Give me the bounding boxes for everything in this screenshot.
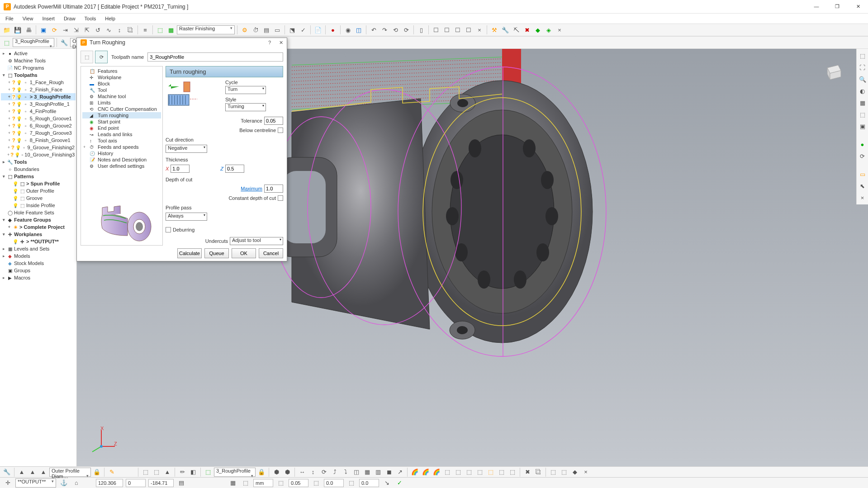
bt-r7-icon[interactable]: ⬚ (475, 467, 485, 477)
bt-a6-icon[interactable]: ◫ (351, 467, 361, 477)
bt-tool-icon[interactable]: 🔧 (2, 467, 12, 477)
dt-block[interactable]: Block (98, 81, 110, 86)
bt-tp1-icon[interactable]: ⬚ (141, 467, 151, 477)
block-icon[interactable]: ▣ (38, 25, 48, 35)
bt-r8-icon[interactable]: ⬚ (486, 467, 496, 477)
bt-copy-icon[interactable]: ⿻ (533, 467, 543, 477)
dt-axis[interactable]: Tool axis (98, 138, 117, 143)
tree-levels[interactable]: Levels and Sets (14, 246, 49, 251)
menu-help[interactable]: Help (101, 15, 119, 22)
dt-notes[interactable]: Notes and Description (98, 157, 147, 162)
tree-pat-1[interactable]: > Spun Profile (26, 181, 60, 186)
style-dropdown[interactable]: Turning (225, 103, 266, 111)
vtb3-icon[interactable]: ☐ (442, 25, 452, 35)
bt-r2-icon[interactable]: 🌈 (421, 467, 431, 477)
sb-tol-icon[interactable]: ⬚ (276, 478, 286, 488)
mode-recycle-icon[interactable]: ⟳ (95, 51, 108, 63)
sim-icon[interactable]: ▭ (272, 25, 282, 35)
tree-tp-7[interactable]: 7_Rough_Groove3 (30, 130, 72, 136)
tree-pat-2[interactable]: Outer Profile (26, 188, 54, 194)
dialog-help-button[interactable]: ? (268, 40, 271, 46)
vtb1-icon[interactable]: ▯ (416, 25, 426, 35)
bt-a4-icon[interactable]: ⤴ (330, 467, 340, 477)
bt-g1-icon[interactable]: ⬢ (271, 467, 281, 477)
bt-tool-dropdown[interactable]: Outer Profile Diam… (49, 468, 91, 477)
constant-depth-checkbox[interactable] (278, 195, 283, 201)
redo2-icon[interactable]: ⟳ (401, 25, 411, 35)
tree-nc[interactable]: NC Programs (14, 65, 44, 71)
transform-icon[interactable]: ⬔ (287, 25, 297, 35)
select-mode-icon[interactable]: ▭ (858, 169, 868, 179)
strategy2-icon[interactable]: ▦ (166, 25, 176, 35)
queue-button[interactable]: Queue (204, 248, 229, 258)
tree-active[interactable]: Active (14, 51, 28, 56)
bt-pen-icon[interactable]: ✏ (177, 467, 187, 477)
record-icon[interactable]: ● (328, 25, 338, 35)
verify-icon[interactable]: ✓ (298, 25, 308, 35)
vtb-rt-close-icon[interactable]: × (858, 193, 868, 203)
ok-button[interactable]: OK (232, 248, 256, 258)
block-view-icon[interactable]: ▣ (858, 121, 868, 131)
bt-edit-icon[interactable]: ✎ (107, 467, 117, 477)
tree-tp-6[interactable]: 6_Rough_Groove2 (30, 123, 72, 128)
dt-end[interactable]: End point (98, 125, 119, 131)
bt-r4-icon[interactable]: ⬚ (442, 467, 452, 477)
copy-icon[interactable]: ⿻ (125, 25, 135, 35)
vtb2-icon[interactable]: ☐ (431, 25, 441, 35)
maximize-button[interactable]: ❐ (831, 4, 844, 9)
bt-s3-icon[interactable]: ◆ (570, 467, 580, 477)
calc-icon[interactable]: ⚙ (240, 25, 250, 35)
tree-toolpaths[interactable]: Toolpaths (14, 72, 38, 78)
tree-tp-10[interactable]: 10_Groove_Finishing3 (24, 152, 75, 157)
dt-workplane[interactable]: Workplane (98, 75, 121, 80)
menu-insert[interactable]: Insert (38, 15, 58, 22)
bt-a7-icon[interactable]: ▦ (362, 467, 372, 477)
stock2-icon[interactable]: ◈ (544, 25, 554, 35)
tree-tp-3b[interactable]: 3_RoughProfile_1 (30, 101, 70, 107)
tree-workplanes[interactable]: Workplanes (14, 232, 42, 237)
tool-icon[interactable]: 🔧 (59, 38, 69, 47)
strategy-icon[interactable]: ⬚ (155, 25, 165, 35)
bt-toolpath-dropdown[interactable]: 3_RoughProfile (214, 468, 256, 477)
tree-tp-9[interactable]: 9_Groove_Finishing2 (27, 145, 75, 150)
view-cube-icon[interactable] (823, 62, 843, 81)
strategy-dropdown[interactable]: Raster Finishing (177, 25, 235, 34)
sb-ok-icon[interactable]: ✓ (394, 478, 404, 488)
bt-lock2-icon[interactable]: 🔒 (256, 467, 266, 477)
mt3-icon[interactable]: ⛏ (511, 25, 521, 35)
leads-icon[interactable]: ↺ (93, 25, 103, 35)
bt-r9-icon[interactable]: ⬚ (497, 467, 507, 477)
refresh-icon[interactable]: ⟳ (858, 151, 868, 161)
bt-erase-icon[interactable]: ◧ (188, 467, 198, 477)
dt-tool[interactable]: Tool (98, 87, 107, 93)
tree-pat-4[interactable]: Inside Profile (26, 203, 55, 208)
tree-tp-2[interactable]: 2_Finish_Face (30, 87, 62, 92)
thickness-x-input[interactable] (171, 165, 190, 173)
tree-tools[interactable]: Tools (14, 159, 27, 165)
sb-workplane-dropdown[interactable]: **OUTPUT** (15, 479, 56, 488)
undo2-icon[interactable]: ⟲ (390, 25, 400, 35)
zoom-icon[interactable]: 🔍 (858, 74, 868, 84)
shade-icon[interactable]: ◐ (858, 86, 868, 96)
bt-a2-icon[interactable]: ↕ (308, 467, 318, 477)
tree-machine-tools[interactable]: Machine Tools (14, 58, 46, 63)
cursor-mode-icon[interactable]: ⬉ (858, 181, 868, 191)
tree-fgroups[interactable]: Feature Groups (14, 217, 51, 223)
dt-limits[interactable]: Limits (98, 100, 111, 105)
bt-r10-icon[interactable]: ⬚ (508, 467, 517, 477)
dt-features[interactable]: Features (98, 68, 117, 74)
wireframe-icon[interactable]: ⬚ (858, 109, 868, 119)
tp-icon[interactable]: ⬚ (2, 38, 12, 47)
mt2-icon[interactable]: 🔧 (500, 25, 510, 35)
profile-pass-dropdown[interactable]: Always (166, 213, 207, 221)
cut-direction-dropdown[interactable]: Negative (166, 145, 207, 153)
open-icon[interactable]: 📁 (2, 25, 12, 35)
tree-tp-8[interactable]: 8_Finish_Groove1 (30, 137, 71, 143)
vtb4-icon[interactable]: ☐ (453, 25, 463, 35)
batch-icon[interactable]: ⏱ (251, 25, 261, 35)
undo-icon[interactable]: ↶ (369, 25, 379, 35)
sel-icon[interactable]: ◫ (354, 25, 364, 35)
cancel-button[interactable]: Cancel (259, 248, 283, 258)
dt-feeds[interactable]: Feeds and speeds (98, 144, 139, 150)
thickness-icon[interactable]: ≡ (140, 25, 150, 35)
